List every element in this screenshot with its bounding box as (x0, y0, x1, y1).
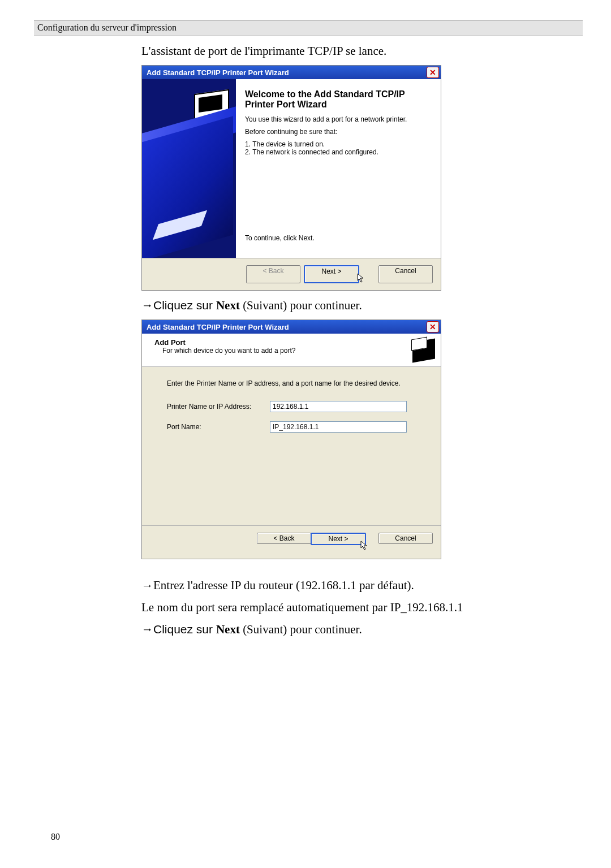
back-button: < Back (246, 265, 300, 283)
click-next-line-1: →Cliquez sur Next (Suivant) pour continu… (141, 299, 560, 313)
wizard-addport-subtitle: Add Port (154, 338, 186, 347)
wizard-welcome-p2: Before continuing be sure that: (245, 128, 431, 136)
arrow-icon: →Cliquez sur (141, 623, 216, 636)
wizard-welcome-li2: 2. The network is connected and configur… (245, 148, 431, 156)
port-name-input[interactable] (270, 421, 407, 433)
port-auto-line: Le nom du port sera remplacé automatique… (141, 601, 560, 615)
wizard-addport-instruction: Enter the Printer Name or IP address, an… (167, 379, 420, 387)
click-next-suffix: (Suivant) pour continuer. (240, 299, 362, 312)
svg-marker-0 (358, 274, 363, 282)
wizard-welcome-heading: Welcome to the Add Standard TCP/IP Print… (245, 89, 431, 110)
wizard-welcome-continue-hint: To continue, click Next. (245, 234, 431, 242)
cursor-icon (357, 273, 366, 283)
wizard-addport-dialog: Add Standard TCP/IP Printer Port Wizard … (141, 319, 441, 559)
next-button[interactable]: Next > (311, 533, 366, 545)
printer-ip-input[interactable] (270, 401, 407, 412)
port-name-label: Port Name: (167, 423, 270, 431)
cancel-button[interactable]: Cancel (378, 265, 433, 283)
intro-text: L'assistant de port de l'imprimante TCP/… (141, 44, 560, 58)
wizard-addport-titlebar[interactable]: Add Standard TCP/IP Printer Port Wizard … (142, 320, 441, 334)
wizard-welcome-title: Add Standard TCP/IP Printer Port Wizard (147, 68, 289, 77)
next-bold: Next (216, 299, 240, 312)
wizard-welcome-dialog: Add Standard TCP/IP Printer Port Wizard … (141, 65, 441, 291)
arrow-icon: →Cliquez sur (141, 299, 216, 312)
enter-ip-line: →Entrez l'adresse IP du routeur (192.168… (141, 578, 560, 593)
wizard-welcome-p1: You use this wizard to add a port for a … (245, 115, 431, 123)
svg-marker-1 (361, 541, 367, 550)
page-header-text: Configuration du serveur d'impression (37, 23, 177, 32)
next-bold: Next (216, 623, 240, 636)
next-button[interactable]: Next > (304, 265, 359, 283)
close-icon[interactable]: ✕ (427, 321, 439, 332)
cursor-icon (360, 541, 369, 551)
cancel-button[interactable]: Cancel (378, 533, 433, 544)
page-number: 80 (51, 832, 60, 842)
wizard-side-graphic (142, 79, 236, 258)
wizard-addport-title: Add Standard TCP/IP Printer Port Wizard (147, 323, 289, 331)
click-next-line-2: →Cliquez sur Next (Suivant) pour continu… (141, 623, 560, 637)
wizard-welcome-titlebar[interactable]: Add Standard TCP/IP Printer Port Wizard … (142, 66, 441, 79)
page-header-bar: Configuration du serveur d'impression (34, 20, 583, 36)
wizard-welcome-li1: 1. The device is turned on. (245, 140, 431, 148)
back-button[interactable]: < Back (257, 533, 311, 544)
close-icon[interactable]: ✕ (427, 67, 439, 78)
printer-ip-label: Printer Name or IP Address: (167, 403, 270, 411)
click-next-suffix: (Suivant) pour continuer. (240, 623, 362, 636)
printer-icon (411, 338, 435, 361)
wizard-addport-subquestion: For which device do you want to add a po… (154, 347, 295, 355)
